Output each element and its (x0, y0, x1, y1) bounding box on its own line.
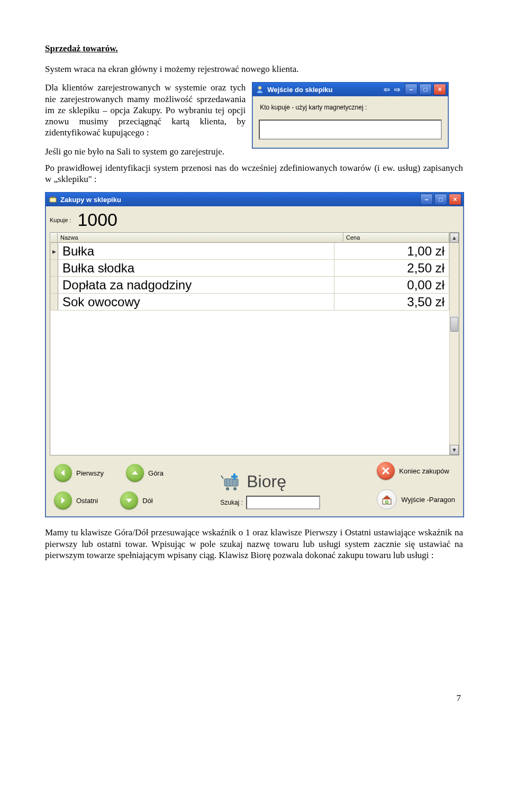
titlebar: Wejście do sklepiku ⇦ ⇨ – □ × (252, 83, 448, 96)
first-button-label: Pierwszy (76, 469, 104, 477)
first-button[interactable]: Pierwszy (54, 464, 104, 482)
svg-rect-10 (231, 476, 238, 478)
cell-name: Dopłata za nadgodziny (58, 277, 334, 294)
cell-price: 2,50 zł (334, 260, 449, 277)
titlebar-text: Wejście do sklepiku (267, 86, 332, 94)
app-icon (49, 195, 57, 204)
row-selector-icon: ▸ (50, 243, 58, 260)
grid-corner (50, 233, 58, 243)
last-button[interactable]: Ostatni (54, 491, 98, 509)
buyer-label: Kupuje : (50, 217, 71, 223)
titlebar-text: Zakupy w sklepiku (60, 196, 121, 204)
cell-name: Sok owocowy (58, 294, 334, 311)
row-header (50, 260, 58, 277)
scroll-up-icon[interactable]: ▲ (450, 233, 459, 243)
section-heading: Sprzedaż towarów. (45, 43, 463, 54)
arrow-up-icon (126, 464, 144, 482)
titlebar: Zakupy w sklepiku – □ × (46, 193, 464, 206)
cart-icon (220, 471, 242, 491)
svg-rect-1 (50, 198, 56, 202)
arrow-left-icon (54, 464, 72, 482)
end-shopping-label: Koniec zakupów (399, 467, 449, 475)
vertical-scrollbar[interactable]: ▲ ▼ (449, 233, 459, 455)
dialog-shopping: Zakupy w sklepiku – □ × Kupuje : 1000 Na… (45, 192, 464, 517)
cell-name: Bułka słodka (58, 260, 334, 277)
buyer-value: 1000 (75, 209, 120, 230)
page-number: 7 (45, 693, 463, 704)
exit-receipt-label: Wyjście -Paragon (401, 496, 455, 504)
scroll-down-icon[interactable]: ▼ (450, 445, 459, 455)
cell-price: 0,00 zł (334, 277, 449, 294)
down-button[interactable]: Dół (120, 491, 153, 509)
paragraph-footer: Mamy tu klawisze Góra/Dół przesuwające w… (45, 527, 463, 561)
cell-name: Bułka (58, 243, 334, 260)
app-icon (256, 85, 264, 94)
close-button[interactable]: × (449, 194, 461, 205)
card-input[interactable] (259, 120, 442, 140)
dialog-card-entry: Wejście do sklepiku ⇦ ⇨ – □ × Kto kupuje… (252, 82, 449, 149)
minimize-button[interactable]: – (405, 84, 418, 95)
arrow-right-icon (54, 491, 72, 509)
paragraph-after-dialog: Po prawidłowej identyfikacji system prze… (45, 162, 463, 185)
svg-point-0 (258, 86, 261, 89)
cell-price: 3,50 zł (334, 294, 449, 311)
minimize-button[interactable]: – (420, 194, 433, 205)
search-label: Szukaj : (220, 499, 243, 506)
svg-point-7 (226, 487, 229, 490)
exit-receipt-button[interactable]: Wyjście -Paragon (377, 489, 455, 509)
close-button[interactable]: × (433, 84, 446, 95)
table-row[interactable]: ▸ Bułka 1,00 zł (50, 243, 449, 260)
search-input[interactable] (246, 496, 320, 509)
home-icon (377, 489, 397, 509)
maximize-button[interactable]: □ (434, 194, 447, 205)
svg-point-8 (233, 487, 237, 490)
take-button-label: Biorę (247, 472, 286, 491)
end-shopping-button[interactable]: Koniec zakupów (377, 462, 449, 480)
arrow-down-icon (120, 491, 138, 509)
card-prompt-label: Kto kupuje - użyj karty magnetycznej : (259, 103, 442, 112)
table-row[interactable]: Sok owocowy 3,50 zł (50, 294, 449, 311)
up-button[interactable]: Góra (126, 464, 164, 482)
close-circle-icon (377, 462, 395, 480)
maximize-button[interactable]: □ (419, 84, 432, 95)
row-header (50, 277, 58, 294)
grid-col-name[interactable]: Nazwa (58, 233, 343, 243)
grid-body: ▸ Bułka 1,00 zł Bułka słodka 2,50 zł Dop… (50, 243, 449, 455)
up-button-label: Góra (148, 469, 164, 477)
paragraph-flow-left-b: Jeśli go nie było na Sali to system go z… (45, 146, 246, 157)
grid-col-price[interactable]: Cena (343, 233, 449, 243)
table-row[interactable]: Bułka słodka 2,50 zł (50, 260, 449, 277)
scroll-thumb[interactable] (450, 317, 458, 332)
grid-header: Nazwa Cena (50, 233, 449, 243)
paragraph-flow-left-a: Dla klientów zarejestrowanych w systemie… (45, 82, 246, 138)
nav-next-icon[interactable]: ⇨ (393, 85, 402, 94)
cell-price: 1,00 zł (334, 243, 449, 260)
scroll-track[interactable] (450, 243, 459, 445)
paragraph-intro: System wraca na ekran główny i możemy re… (45, 63, 463, 75)
last-button-label: Ostatni (76, 497, 98, 505)
down-button-label: Dół (142, 497, 153, 505)
take-button[interactable]: Biorę (220, 471, 286, 491)
nav-prev-icon[interactable]: ⇦ (382, 85, 392, 94)
table-row[interactable]: Dopłata za nadgodziny 0,00 zł (50, 277, 449, 294)
product-grid: Nazwa Cena ▸ Bułka 1,00 zł Bułka słodka … (50, 232, 459, 455)
row-header (50, 294, 58, 311)
